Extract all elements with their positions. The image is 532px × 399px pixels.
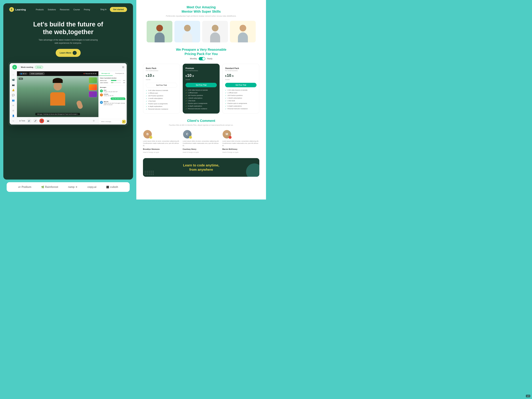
user-icon[interactable]: 👤 (11, 114, 16, 117)
brand-rainforest: 🌿 Rainforest (41, 185, 58, 189)
home-icon[interactable]: ⌂ (11, 73, 16, 76)
sender-2: Octavia (104, 93, 114, 95)
feature-item: ✓Personal instructor Assistance (146, 108, 177, 110)
commenter-role-1: Head of Design at Apple (143, 152, 180, 153)
logo-icon: E (9, 7, 14, 12)
billing-toggle[interactable] (199, 57, 205, 60)
settings-icon[interactable]: ⚙ (11, 109, 16, 112)
quote-badge-3: " (228, 136, 232, 139)
send-button[interactable]: ➤ (122, 120, 126, 124)
feature-item: ✓1 Official exam (185, 92, 217, 94)
learn-more-button[interactable]: Learn More → (56, 49, 81, 57)
messages-section: Messages D Devi Hi guys, can you hear me… (99, 86, 127, 119)
quote-badge-2: " (189, 136, 192, 139)
nav-solutions[interactable]: Solutions (48, 8, 56, 11)
feature-item: ✓1 free book (225, 100, 257, 102)
chat-input[interactable] (100, 120, 121, 123)
premium-cta-button[interactable]: Get Free Trial (185, 83, 217, 87)
sender-1: Devi (104, 89, 118, 91)
invite-button[interactable]: Invite a participant (29, 72, 45, 75)
brand-podium: 🏷 Podium (18, 185, 32, 189)
premium-features: ✓3 HD video lessons & tutorials ✓1 Offic… (185, 89, 217, 110)
record-dot (84, 73, 85, 74)
chat-panel: Messages (4) Practicipant (5) Class X pr… (98, 71, 127, 125)
basic-price: $10.5 (146, 73, 177, 78)
feature-item: ✓Practice quizs & assignments (146, 103, 177, 105)
comment-avatar-row-3: M " (222, 130, 259, 139)
feature-item: ✓1 Official exam (225, 92, 257, 94)
right-panel: Meet Our Amazing Mentor With Super Skill… (136, 0, 266, 200)
brand-ramp: ramp ✈ (68, 185, 77, 189)
you-label: You (19, 78, 23, 80)
caption-bar: Hello guys. Yesterday we discuss about M… (35, 113, 80, 115)
your-message: Yup. We cdan hear you (111, 97, 125, 100)
feature-item: ✓1 Month subscriptions (185, 97, 217, 99)
podium-icon: 🏷 (18, 186, 21, 188)
end-call-button[interactable]: 📵 (39, 119, 44, 123)
sign-in-link[interactable]: Sing In (100, 8, 106, 11)
brand-cuboh: ⬛ cuboh (106, 185, 118, 189)
camera-toggle[interactable]: 📷 (46, 119, 50, 123)
basic-period: /month (146, 79, 151, 81)
chat-input-row: ➤ (99, 119, 127, 125)
poll-option-2: Julien Simthen 25% (100, 82, 125, 83)
mentors-subtitle: Perferendis repudiandae fugit architecto… (143, 15, 259, 18)
nav-products[interactable]: Products (36, 8, 44, 11)
standard-cta-button[interactable]: Get Free Trial (225, 83, 257, 87)
basic-features: ✓3 HD video lessons & tutorials ✓1 Offic… (146, 90, 177, 110)
comment-text-3: Lorem ipsum dolor sit amet, consectetur … (222, 140, 259, 147)
feature-item: ✓In depth explanations (185, 105, 217, 107)
feature-item: ✓1 free book (146, 100, 177, 102)
comment-text-2: Lorem ipsum dolor sit amet, consectetur … (183, 140, 220, 147)
hero-subtitle: Take advantage of the latest modern tech… (38, 38, 98, 45)
messages-tab[interactable]: Messages (4) (99, 71, 113, 76)
poll-section: Class X president election Alberto Sam 5… (99, 76, 127, 86)
camera-icon[interactable]: 📷 (11, 84, 16, 86)
message-icon[interactable]: ✉ (11, 104, 16, 107)
participants-tab[interactable]: Practicipant (5) (113, 71, 127, 76)
nav-pricing[interactable]: Pricing (84, 8, 90, 11)
people-icon[interactable]: 👥 (11, 99, 16, 101)
get-started-button[interactable]: Get started (110, 7, 127, 12)
tools-button[interactable]: ⊞ Tools (19, 120, 25, 122)
standard-tier: Standard Pack (225, 67, 257, 70)
basic-pack-card: Basic Pack For small business $10.5 /mon… (143, 64, 180, 114)
meeting-body: ⌂ 📹 📷 🔔 💬 👥 ✉ ⚙ 👤 ↪ ⊕ (10, 71, 127, 125)
feature-item: ✓100 Practice questions (185, 95, 217, 96)
share-icon[interactable]: ↪ (11, 120, 16, 122)
feature-item: ✓In depth explanations (225, 105, 257, 107)
play-button[interactable]: ▶ (12, 65, 17, 70)
message-item-you: Yup. We cdan hear you (100, 97, 125, 100)
brands-bar: 🏷 Podium 🌿 Rainforest ramp ✈ copy.ai ⬛ c… (7, 182, 130, 192)
arrow-icon: → (73, 51, 77, 55)
brand-rainforest-label: Rainforest (45, 185, 58, 189)
meeting-header: ▶ ‹ Weeb meeting Group (10, 63, 127, 71)
chat-icon[interactable]: 💬 (11, 94, 16, 96)
record-badge: Record 00:25:36 (84, 73, 96, 75)
volume-button[interactable]: 🔊 (27, 119, 32, 123)
brand-ramp-label: ramp (68, 185, 75, 189)
avatar-marcele: M (100, 101, 103, 104)
pricing-toggle-row: Monthly Yearly (143, 57, 259, 60)
cta-dots (145, 171, 154, 175)
brand-copyai: copy.ai (88, 185, 96, 189)
nav-resources[interactable]: Resources (60, 8, 69, 11)
mentors-grid (143, 21, 259, 42)
cta-text: Learn to code anytime, from anywhere (183, 163, 219, 172)
premium-sublabel: For small business (185, 70, 217, 71)
nav-course[interactable]: Course (73, 8, 80, 11)
video-icon[interactable]: 📹 (11, 78, 16, 81)
standard-sublabel: For small business (225, 70, 257, 71)
comments-subtitle: Faucibus felis at nibh mi lobortis.Flies… (143, 124, 259, 126)
basic-cta-button[interactable]: Get Free Trial (146, 83, 177, 88)
toggle-yearly: Yearly (207, 57, 212, 60)
settings-gear-button[interactable]: ⚙ (91, 119, 96, 123)
bell-icon[interactable]: 🔔 (11, 89, 16, 91)
mentors-section: Meet Our Amazing Mentor With Super Skill… (143, 5, 259, 42)
mic-button[interactable]: 🎤 (33, 119, 38, 123)
poll-option-1: Alberto Sam 55% (100, 80, 125, 81)
video-area: 👥 32 ∨ Invite a participant Record 00:25… (17, 71, 98, 125)
feature-item: ✓3 HD video lessons & tutorials (185, 89, 217, 91)
sender-3: Marcele (104, 101, 125, 102)
meeting-bg: ▶ ‹ Weeb meeting Group ⌂ (8, 62, 128, 126)
